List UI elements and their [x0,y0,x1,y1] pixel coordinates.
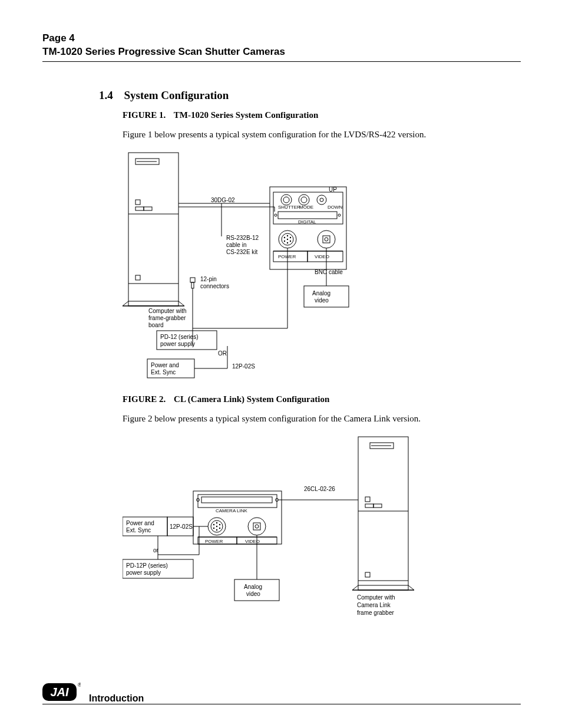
label-rs232-l1: RS-232B-12 [226,235,259,241]
label-12p02s: 12P-02S [232,363,255,370]
svg-rect-73 [234,579,279,601]
svg-point-52 [216,529,217,531]
svg-rect-4 [135,207,144,210]
label-analog2-l2: video [246,591,260,597]
svg-point-30 [287,239,288,240]
svg-point-21 [338,214,340,216]
label-or: OR [218,350,227,357]
svg-point-55 [216,526,217,527]
svg-rect-3 [135,200,140,205]
figure2-heading: FIGURE 2. CL (Camera Link) System Config… [123,394,521,404]
label-12p02s-2: 12P-02S [170,523,193,530]
label-video: VIDEO [315,254,329,259]
label-30dg: 30DG-02 [211,197,235,203]
svg-point-18 [320,198,323,202]
label-computer2-l1: Computer with [357,594,395,601]
svg-point-26 [290,241,291,242]
label-powersync2-l1: Power and [126,520,154,526]
label-pd12-l2: power supply [160,341,195,347]
svg-point-20 [275,214,277,216]
label-shutter: SHUTTER [278,205,300,210]
label-12pin-l2: connectors [200,283,229,289]
svg-rect-39 [304,286,349,307]
label-power: POWER [278,254,296,259]
label-computer-l2: frame-grabber [148,315,186,321]
figure1-title: TM-1020 Series System Configuration [174,110,318,120]
svg-point-14 [283,197,289,203]
section-heading: 1.4 System Configuration [99,89,521,102]
label-pd12-l1: PD-12 (series) [160,334,198,340]
svg-point-56 [248,518,266,535]
svg-point-13 [281,195,292,205]
label-computer-l3: board [148,322,164,328]
label-computer2-l3: frame grabber [357,610,394,616]
label-up: UP [329,186,337,193]
label-computer-l1: Computer with [148,308,186,314]
svg-text:JAI: JAI [50,686,69,699]
label-powersync2-l2: Ext. Sync [126,527,151,533]
label-down: DOWN [328,205,343,210]
svg-rect-37 [190,278,195,282]
svg-rect-43 [198,495,277,508]
figure2-desc: Figure 2 below presents a typical system… [123,414,521,424]
doc-title: TM-1020 Series Progressive Scan Shutter … [42,45,521,59]
figure1-diagram: 30DG-02 UP SHUTTER MODE DOWN DIGITAL POW… [123,148,521,384]
label-computer2-l2: Camera Link [357,602,391,608]
page-footer: JAI ® Introduction [42,698,521,704]
svg-rect-57 [253,523,260,530]
svg-text:®: ® [78,682,81,688]
label-26cl: 26CL-02-26 [304,486,335,492]
figure1-heading: FIGURE 1. TM-1020 Series System Configur… [123,110,521,120]
svg-point-28 [284,241,285,242]
label-analog-l1: Analog [312,290,330,297]
label-12pin-l1: 12-pin [200,276,217,282]
label-rs232-l2: cable in [226,242,246,248]
svg-rect-32 [323,236,330,243]
figure1-label: FIGURE 1. [123,110,166,120]
svg-rect-0 [128,153,178,306]
svg-point-51 [219,528,220,529]
svg-point-24 [287,235,288,236]
section-title: System Configuration [124,89,229,101]
section-number: 1.4 [99,89,113,102]
page-header: Page 4 TM-1020 Series Progressive Scan S… [42,32,521,62]
label-camlink: CAMERA LINK [216,508,247,513]
label-mode: MODE [299,205,313,210]
svg-point-31 [318,230,335,248]
label-analog-l2: video [315,297,329,304]
svg-rect-62 [358,437,408,590]
svg-rect-19 [278,212,337,219]
label-power2: POWER [205,539,223,544]
svg-rect-38 [191,282,194,288]
label-pd12p-l2: power supply [126,569,161,576]
figure2-diagram: 26CL-02-26 CAMERA LINK POWER VIDEO Power… [123,432,521,644]
svg-rect-65 [365,497,370,502]
figure2-svg: 26CL-02-26 CAMERA LINK POWER VIDEO Power… [123,432,458,644]
label-video2: VIDEO [245,539,260,544]
svg-rect-7 [135,275,140,280]
label-or2: or [153,547,159,554]
figure2-title: CL (Camera Link) System Configuration [174,394,329,404]
svg-point-49 [216,522,217,523]
svg-marker-71 [352,585,414,590]
svg-point-29 [284,237,285,238]
label-digital: DIGITAL [298,219,316,225]
svg-point-25 [290,237,291,238]
label-bnc: BNC cable [315,269,343,275]
svg-rect-67 [373,504,382,508]
figure1-desc: Figure 1 below presents a typical system… [123,130,521,140]
svg-point-54 [213,524,214,525]
svg-point-16 [301,197,307,203]
svg-rect-66 [365,504,373,508]
svg-point-17 [317,195,326,205]
svg-point-58 [255,525,259,528]
label-analog2-l1: Analog [244,584,262,590]
svg-point-33 [325,238,328,241]
svg-point-50 [219,524,220,525]
label-powersync-l1: Power and [151,362,179,368]
svg-point-15 [299,195,309,205]
label-rs232-l3: CS-232E kit [226,249,258,255]
logo-icon: JAI ® [42,681,81,703]
page-number: Page 4 [42,32,521,45]
svg-point-53 [213,528,214,529]
